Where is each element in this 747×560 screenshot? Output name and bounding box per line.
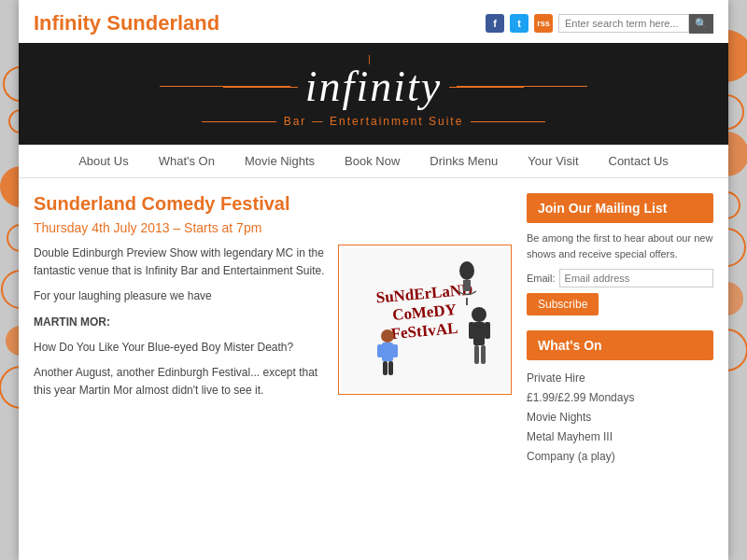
- event-image-wrapper: SuNdErLaND CoMeDY FeStIvAL: [338, 245, 512, 395]
- whats-on-links: Private Hire £1.99/£2.99 Mondays Movie N…: [527, 368, 713, 466]
- svg-rect-23: [469, 322, 474, 339]
- mailing-list-section: Join Our Mailing List Be among the first…: [527, 193, 713, 315]
- svg-rect-26: [481, 345, 486, 364]
- list-item: £1.99/£2.99 Mondays: [527, 387, 713, 407]
- company-play-link[interactable]: Company (a play): [527, 450, 615, 463]
- mondays-link[interactable]: £1.99/£2.99 Mondays: [527, 391, 634, 404]
- svg-point-21: [472, 307, 486, 322]
- rss-icon[interactable]: rss: [534, 14, 553, 33]
- email-input[interactable]: [559, 269, 713, 287]
- sidebar: Join Our Mailing List Be among the first…: [527, 193, 713, 481]
- site-header: Infinity Sunderland f t rss 🔍: [19, 0, 728, 43]
- event-image: SuNdErLaND CoMeDY FeStIvAL: [341, 247, 509, 392]
- whats-on-section: What's On Private Hire £1.99/£2.99 Monda…: [527, 330, 713, 466]
- mailing-list-description: Be among the first to hear about our new…: [527, 231, 713, 261]
- email-label: Email:: [527, 273, 556, 284]
- metal-mayhem-link[interactable]: Metal Mayhem III: [527, 430, 613, 443]
- main-content: Sunderland Comedy Festival Thursday 4th …: [34, 193, 512, 481]
- brand-name: infinity: [305, 63, 442, 110]
- main-wrapper: Infinity Sunderland f t rss 🔍 | infinity: [19, 0, 728, 560]
- svg-rect-25: [474, 345, 479, 364]
- nav-item-drinks-menu[interactable]: Drinks Menu: [415, 145, 513, 177]
- page-title: Sunderland Comedy Festival: [34, 193, 512, 215]
- nav-bar: About Us What's On Movie Nights Book Now…: [19, 145, 728, 178]
- site-title: Infinity Sunderland: [34, 11, 219, 35]
- whats-on-button[interactable]: What's On: [527, 330, 713, 360]
- hero-subtitle: Bar — Entertainment Suite: [202, 115, 546, 128]
- svg-rect-22: [473, 322, 485, 345]
- svg-rect-28: [382, 343, 393, 361]
- svg-rect-19: [463, 280, 471, 291]
- svg-rect-24: [485, 322, 490, 339]
- private-hire-link[interactable]: Private Hire: [527, 371, 585, 385]
- hero-banner: | infinity Bar — Entertainment Suite: [19, 43, 728, 145]
- list-item: Movie Nights: [527, 407, 713, 427]
- header-right: f t rss 🔍: [486, 14, 713, 34]
- list-item: Private Hire: [527, 368, 713, 387]
- search-input[interactable]: [558, 14, 689, 33]
- search-button[interactable]: 🔍: [689, 14, 713, 34]
- event-date: Thursday 4th July 2013 – Starts at 7pm: [34, 220, 512, 235]
- nav-item-whats-on[interactable]: What's On: [144, 145, 230, 177]
- twitter-icon[interactable]: t: [510, 14, 529, 33]
- join-mailing-list-button[interactable]: Join Our Mailing List: [527, 193, 713, 223]
- nav-item-movie-nights[interactable]: Movie Nights: [230, 145, 330, 177]
- search-box: 🔍: [558, 14, 713, 34]
- list-item: Metal Mayhem III: [527, 427, 713, 446]
- content-area: Sunderland Comedy Festival Thursday 4th …: [19, 178, 728, 496]
- svg-rect-30: [392, 344, 398, 357]
- svg-rect-31: [383, 361, 388, 375]
- svg-point-27: [381, 329, 394, 343]
- nav-item-book-now[interactable]: Book Now: [330, 145, 415, 177]
- nav-item-about-us[interactable]: About Us: [63, 145, 143, 177]
- movie-nights-link[interactable]: Movie Nights: [527, 411, 591, 424]
- svg-rect-29: [377, 344, 383, 357]
- facebook-icon[interactable]: f: [486, 14, 504, 33]
- svg-rect-32: [388, 361, 393, 375]
- list-item: Company (a play): [527, 446, 713, 466]
- nav-item-your-visit[interactable]: Your Visit: [513, 145, 593, 177]
- hero-brand: | infinity Bar — Entertainment Suite: [34, 62, 713, 128]
- email-row: Email:: [527, 269, 713, 287]
- subscribe-button[interactable]: Subscribe: [527, 293, 599, 315]
- svg-point-18: [459, 261, 474, 280]
- nav-item-contact-us[interactable]: Contact Us: [594, 145, 684, 177]
